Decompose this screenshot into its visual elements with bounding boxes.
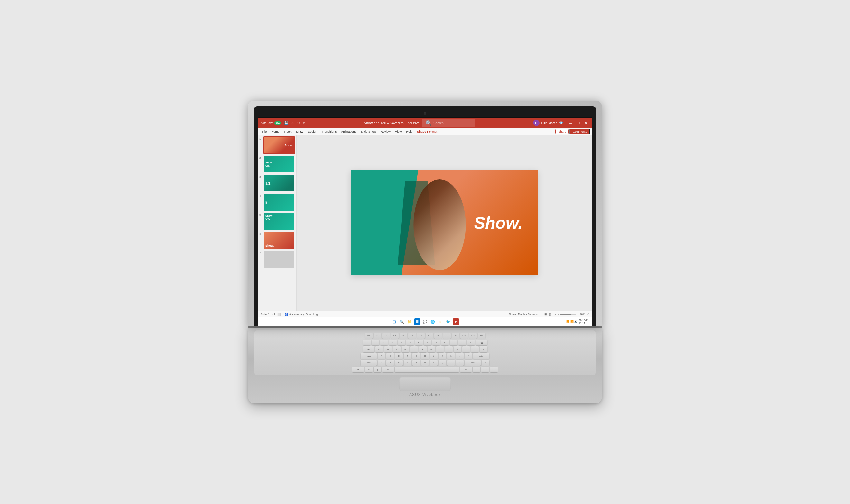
search-box[interactable]: 🔍 [422,119,475,127]
key-9[interactable]: 9 [441,340,449,345]
key-del[interactable]: del [478,333,485,339]
key-lshift[interactable]: shift [361,360,377,366]
key-c[interactable]: C [395,360,403,366]
menu-review[interactable]: Review [379,129,392,134]
key-b[interactable]: B [412,360,420,366]
taskbar-chat-icon[interactable]: 💬 [422,319,428,325]
key-space[interactable] [395,367,459,373]
key-f6[interactable]: F6 [417,333,425,339]
key-f8[interactable]: F8 [434,333,442,339]
taskbar-windows-icon[interactable]: ⊞ [391,319,397,325]
menu-slideshow[interactable]: Slide Show [359,129,378,134]
menu-help[interactable]: Help [404,129,414,134]
restore-button[interactable]: ❐ [574,120,582,126]
menu-design[interactable]: Design [306,129,319,134]
reading-view-icon[interactable]: ▤ [549,313,552,316]
key-p[interactable]: P [454,346,461,352]
main-slide[interactable]: Show. [351,170,537,275]
key-l[interactable]: L [447,353,455,359]
share-button[interactable]: Share [555,129,569,134]
menu-file[interactable]: File [260,129,269,134]
key-period[interactable]: . [447,360,455,366]
key-minus[interactable]: - [458,340,466,345]
key-8[interactable]: 8 [432,340,440,345]
taskbar-files-icon[interactable]: 📁 [406,319,413,325]
slide-image-4[interactable]: § [264,193,295,211]
key-lbracket[interactable]: [ [462,346,470,352]
key-v[interactable]: V [404,360,411,366]
fit-slide-icon[interactable]: ⤢ [587,313,589,316]
menu-draw[interactable]: Draw [294,129,305,134]
save-icon[interactable]: 💾 [283,120,289,126]
redo-icon[interactable]: ↪ [296,120,301,126]
key-x[interactable]: X [386,360,394,366]
key-f3[interactable]: F3 [391,333,399,339]
key-0[interactable]: 0 [450,340,458,345]
key-backslash[interactable]: \ [480,346,488,352]
autosave-toggle[interactable]: On [275,121,281,125]
key-slash[interactable]: / [456,360,464,366]
zoom-slider[interactable] [560,313,576,314]
minimize-button[interactable]: — [567,120,574,126]
key-esc[interactable]: esc [365,333,373,339]
menu-shape-format[interactable]: Shape Format [415,129,439,134]
key-7[interactable]: 7 [424,340,431,345]
key-rshift[interactable]: shift [464,360,481,366]
key-fn[interactable]: fn [365,367,373,373]
key-f1[interactable]: F1 [373,333,381,339]
key-up[interactable]: ↑ [482,360,489,366]
key-r[interactable]: R [402,346,409,352]
key-a[interactable]: A [378,353,386,359]
slide-thumb-1[interactable]: 1 Show. [259,137,295,154]
key-m[interactable]: M [430,360,438,366]
grid-view-icon[interactable]: ⊞ [544,313,547,316]
key-f12[interactable]: F12 [469,333,477,339]
notes-button[interactable]: Notes [509,313,516,316]
slide-image-6[interactable]: Show. [264,232,295,249]
display-settings-button[interactable]: Display Settings [518,313,537,316]
key-j[interactable]: J [430,353,438,359]
key-5[interactable]: 5 [406,340,414,345]
key-q[interactable]: Q [375,346,383,352]
key-down[interactable]: ↓ [481,367,489,373]
taskbar-widgets-icon[interactable]: ☰ [414,319,421,325]
key-i[interactable]: I [436,346,444,352]
undo-icon[interactable]: ↩ [290,120,295,126]
key-f2[interactable]: F2 [382,333,390,339]
key-2[interactable]: 2 [380,340,388,345]
taskbar-edge-icon[interactable]: 🌐 [429,319,436,325]
close-button[interactable]: ✕ [582,120,589,126]
key-left[interactable]: ← [473,367,480,373]
taskbar-search-icon[interactable]: 🔍 [399,319,405,325]
key-d[interactable]: D [395,353,403,359]
zoom-out-icon[interactable]: – [558,313,559,316]
key-enter[interactable]: enter [473,353,489,359]
slide-image-5[interactable]: ShowOff. [264,213,295,230]
taskbar-ppt-icon[interactable]: P [453,319,459,325]
key-alt[interactable]: alt [382,367,394,373]
slide-thumb-2[interactable]: 2 ShowUp. [259,155,295,173]
key-t[interactable]: T [410,346,418,352]
menu-animations[interactable]: Animations [339,129,358,134]
key-f7[interactable]: F7 [426,333,433,339]
key-s[interactable]: S [386,353,394,359]
key-f10[interactable]: F10 [452,333,459,339]
menu-insert[interactable]: Insert [282,129,294,134]
slide-image-3[interactable]: 11 [264,174,295,192]
key-quote[interactable]: ' [464,353,472,359]
key-h[interactable]: H [421,353,429,359]
trackpad[interactable] [399,377,451,391]
key-f5[interactable]: F5 [408,333,416,339]
comments-button[interactable]: Comments [569,129,590,134]
key-comma[interactable]: , [439,360,446,366]
key-y[interactable]: Y [419,346,427,352]
key-right[interactable]: → [490,367,498,373]
key-k[interactable]: K [439,353,446,359]
slide-image-1[interactable]: Show. [264,137,295,154]
present-icon[interactable]: ▷ [554,313,556,316]
key-f9[interactable]: F9 [443,333,451,339]
taskbar-explorer-icon[interactable]: e [437,319,444,325]
key-4[interactable]: 4 [398,340,405,345]
key-backspace[interactable]: ⌫ [476,340,488,345]
key-backtick[interactable]: ` [363,340,371,345]
